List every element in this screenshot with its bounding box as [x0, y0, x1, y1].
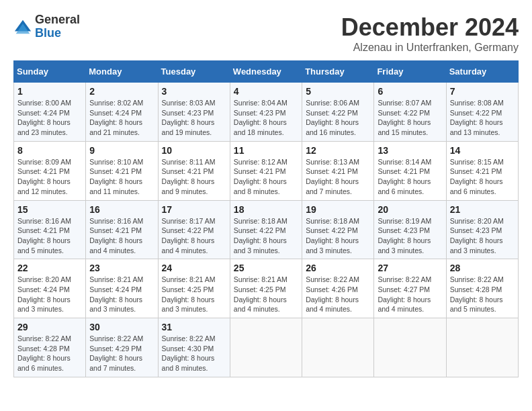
day-info: Sunrise: 8:22 AM Sunset: 4:28 PM Dayligh… [450, 275, 515, 314]
daylight-label: Daylight: 8 hours and 3 minutes. [162, 295, 215, 314]
day-info: Sunrise: 8:00 AM Sunset: 4:24 PM Dayligh… [17, 98, 82, 138]
logo: General Blue [13, 13, 80, 40]
sunrise-label: Sunrise: 8:18 AM [306, 217, 359, 225]
logo-general-text: General [35, 13, 80, 26]
day-number: 12 [306, 145, 370, 156]
daylight-label: Daylight: 8 hours and 4 minutes. [234, 295, 287, 314]
day-header-friday: Friday [374, 61, 446, 83]
day-info: Sunrise: 8:20 AM Sunset: 4:23 PM Dayligh… [450, 216, 515, 256]
day-number: 4 [234, 86, 298, 97]
daylight-label: Daylight: 8 hours and 3 minutes. [378, 236, 431, 255]
day-info: Sunrise: 8:09 AM Sunset: 4:21 PM Dayligh… [17, 157, 82, 197]
sunrise-label: Sunrise: 8:16 AM [17, 217, 71, 225]
daylight-label: Daylight: 8 hours and 16 minutes. [306, 118, 359, 136]
sunrise-label: Sunrise: 8:12 AM [234, 158, 287, 166]
day-info: Sunrise: 8:02 AM Sunset: 4:24 PM Dayligh… [89, 98, 154, 138]
calendar-cell: 1 Sunrise: 8:00 AM Sunset: 4:24 PM Dayli… [14, 83, 86, 142]
calendar-cell: 13 Sunrise: 8:14 AM Sunset: 4:21 PM Dayl… [374, 141, 446, 200]
calendar-cell: 11 Sunrise: 8:12 AM Sunset: 4:21 PM Dayl… [230, 141, 302, 200]
day-header-thursday: Thursday [302, 61, 374, 83]
sunrise-label: Sunrise: 8:07 AM [378, 99, 431, 107]
sunrise-label: Sunrise: 8:13 AM [306, 158, 359, 166]
day-number: 6 [378, 86, 442, 97]
day-number: 10 [162, 145, 226, 156]
sunrise-label: Sunrise: 8:00 AM [17, 99, 71, 107]
daylight-label: Daylight: 8 hours and 9 minutes. [162, 177, 215, 195]
day-info: Sunrise: 8:16 AM Sunset: 4:21 PM Dayligh… [17, 216, 82, 256]
day-header-tuesday: Tuesday [158, 61, 230, 83]
sunrise-label: Sunrise: 8:21 AM [89, 275, 143, 283]
sunset-label: Sunset: 4:25 PM [162, 285, 214, 293]
daylight-label: Daylight: 8 hours and 3 minutes. [450, 236, 503, 255]
daylight-label: Daylight: 8 hours and 7 minutes. [306, 177, 359, 195]
page-header: General Blue December 2024 Alzenau in Un… [13, 13, 519, 54]
sunrise-label: Sunrise: 8:15 AM [450, 158, 504, 166]
day-number: 31 [162, 322, 226, 332]
sunrise-label: Sunrise: 8:22 AM [89, 334, 143, 342]
sunset-label: Sunset: 4:28 PM [17, 345, 70, 353]
day-number: 21 [450, 204, 515, 215]
day-number: 5 [306, 86, 370, 97]
day-info: Sunrise: 8:06 AM Sunset: 4:22 PM Dayligh… [306, 98, 370, 138]
calendar-cell [230, 318, 302, 377]
sunset-label: Sunset: 4:21 PM [234, 167, 286, 175]
sunset-label: Sunset: 4:21 PM [450, 167, 502, 175]
daylight-label: Daylight: 8 hours and 5 minutes. [17, 236, 71, 255]
sunset-label: Sunset: 4:24 PM [89, 109, 142, 117]
daylight-label: Daylight: 8 hours and 3 minutes. [17, 295, 71, 314]
daylight-label: Daylight: 8 hours and 6 minutes. [378, 177, 431, 195]
calendar-cell: 18 Sunrise: 8:18 AM Sunset: 4:22 PM Dayl… [230, 200, 302, 259]
daylight-label: Daylight: 8 hours and 23 minutes. [17, 118, 71, 136]
sunrise-label: Sunrise: 8:20 AM [17, 275, 71, 283]
sunset-label: Sunset: 4:30 PM [162, 345, 214, 353]
calendar-week-row: 8 Sunrise: 8:09 AM Sunset: 4:21 PM Dayli… [14, 141, 519, 200]
sunrise-label: Sunrise: 8:20 AM [450, 217, 504, 225]
day-number: 20 [378, 204, 442, 215]
calendar-cell: 10 Sunrise: 8:11 AM Sunset: 4:21 PM Dayl… [158, 141, 230, 200]
sunset-label: Sunset: 4:23 PM [162, 109, 214, 117]
daylight-label: Daylight: 8 hours and 21 minutes. [89, 118, 142, 136]
day-info: Sunrise: 8:14 AM Sunset: 4:21 PM Dayligh… [378, 157, 442, 197]
calendar-cell: 19 Sunrise: 8:18 AM Sunset: 4:22 PM Dayl… [302, 200, 374, 259]
sunset-label: Sunset: 4:21 PM [89, 167, 142, 175]
daylight-label: Daylight: 8 hours and 3 minutes. [234, 236, 287, 255]
day-number: 13 [378, 145, 442, 156]
day-number: 26 [306, 263, 370, 273]
sunset-label: Sunset: 4:22 PM [450, 109, 502, 117]
sunrise-label: Sunrise: 8:22 AM [162, 334, 216, 342]
daylight-label: Daylight: 8 hours and 15 minutes. [378, 118, 431, 136]
daylight-label: Daylight: 8 hours and 8 minutes. [162, 354, 215, 372]
sunset-label: Sunset: 4:22 PM [162, 226, 214, 234]
day-number: 8 [17, 145, 82, 156]
day-info: Sunrise: 8:03 AM Sunset: 4:23 PM Dayligh… [162, 98, 226, 138]
calendar-cell [446, 318, 518, 377]
calendar-cell: 31 Sunrise: 8:22 AM Sunset: 4:30 PM Dayl… [158, 318, 230, 377]
sunrise-label: Sunrise: 8:17 AM [162, 217, 216, 225]
calendar-cell: 3 Sunrise: 8:03 AM Sunset: 4:23 PM Dayli… [158, 83, 230, 142]
calendar-cell: 23 Sunrise: 8:21 AM Sunset: 4:24 PM Dayl… [86, 259, 158, 318]
day-info: Sunrise: 8:18 AM Sunset: 4:22 PM Dayligh… [234, 216, 298, 256]
day-header-saturday: Saturday [446, 61, 518, 83]
sunrise-label: Sunrise: 8:18 AM [234, 217, 287, 225]
sunset-label: Sunset: 4:27 PM [378, 285, 430, 293]
calendar-cell: 28 Sunrise: 8:22 AM Sunset: 4:28 PM Dayl… [446, 259, 518, 318]
calendar-cell [302, 318, 374, 377]
day-info: Sunrise: 8:22 AM Sunset: 4:27 PM Dayligh… [378, 275, 442, 314]
calendar-header-row: SundayMondayTuesdayWednesdayThursdayFrid… [14, 61, 519, 83]
calendar-week-row: 1 Sunrise: 8:00 AM Sunset: 4:24 PM Dayli… [14, 83, 519, 142]
calendar-week-row: 22 Sunrise: 8:20 AM Sunset: 4:24 PM Dayl… [14, 259, 519, 318]
calendar-cell: 29 Sunrise: 8:22 AM Sunset: 4:28 PM Dayl… [14, 318, 86, 377]
sunset-label: Sunset: 4:22 PM [234, 226, 286, 234]
sunrise-label: Sunrise: 8:14 AM [378, 158, 431, 166]
calendar-cell: 12 Sunrise: 8:13 AM Sunset: 4:21 PM Dayl… [302, 141, 374, 200]
calendar-cell: 4 Sunrise: 8:04 AM Sunset: 4:23 PM Dayli… [230, 83, 302, 142]
sunset-label: Sunset: 4:23 PM [234, 109, 286, 117]
sunset-label: Sunset: 4:22 PM [306, 109, 358, 117]
calendar-cell: 16 Sunrise: 8:16 AM Sunset: 4:21 PM Dayl… [86, 200, 158, 259]
sunrise-label: Sunrise: 8:22 AM [378, 275, 431, 283]
calendar-cell: 20 Sunrise: 8:19 AM Sunset: 4:23 PM Dayl… [374, 200, 446, 259]
title-block: December 2024 Alzenau in Unterfranken, G… [341, 13, 519, 54]
sunset-label: Sunset: 4:24 PM [17, 285, 70, 293]
sunrise-label: Sunrise: 8:22 AM [17, 334, 71, 342]
day-header-sunday: Sunday [14, 61, 86, 83]
